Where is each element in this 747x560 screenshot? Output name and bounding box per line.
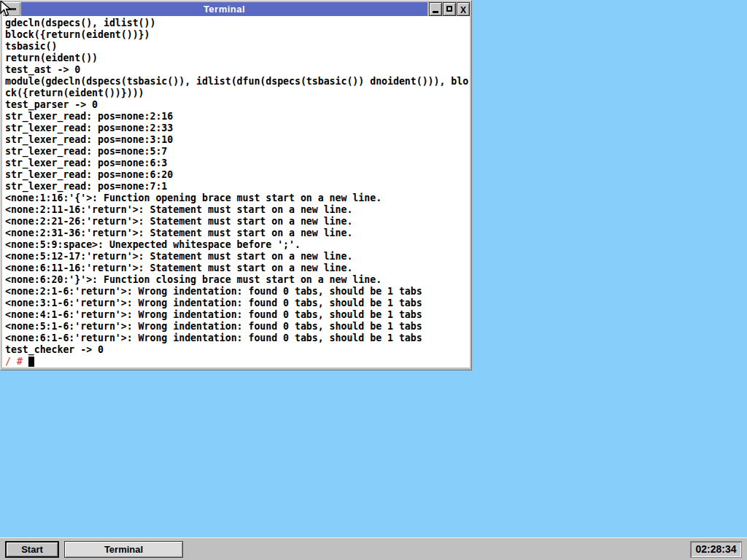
terminal-line: str_lexer_read: pos=none:2:16	[5, 111, 470, 122]
terminal-line: <none:1:16:'{'>: Function opening brace …	[5, 192, 470, 204]
terminal-line: test_ast -> 0	[5, 64, 470, 76]
terminal-line: <none:5:12-17:'return'>: Statement must …	[5, 251, 470, 262]
terminal-line: str_lexer_read: pos=none:3:10	[5, 134, 470, 146]
terminal-line: str_lexer_read: pos=none:6:20	[5, 169, 470, 181]
terminal-content[interactable]: gdecln(dspecs(), idlist())block({return(…	[2, 16, 470, 368]
close-icon: X	[460, 5, 466, 15]
terminal-line: return(eident())	[5, 52, 470, 64]
terminal-line: block({return(eident())})	[5, 29, 470, 41]
terminal-line: <none:6:20:'}'>: Function closing brace …	[5, 274, 470, 286]
terminal-line: str_lexer_read: pos=none:7:1	[5, 181, 470, 192]
terminal-line: test_checker -> 0	[5, 344, 470, 356]
terminal-line: ck({return(eident())})))	[5, 88, 470, 99]
terminal-line: tsbasic()	[5, 41, 470, 52]
terminal-line: test_parser -> 0	[5, 99, 470, 111]
maximize-icon	[446, 6, 452, 12]
close-button[interactable]: X	[457, 2, 470, 16]
terminal-line: <none:5:1-6:'return'>: Wrong indentation…	[5, 321, 470, 332]
terminal-line: <none:6:11-16:'return'>: Statement must …	[5, 262, 470, 274]
terminal-line: <none:5:9:space>: Unexpected whitespace …	[5, 239, 470, 251]
terminal-output: gdecln(dspecs(), idlist())block({return(…	[5, 18, 470, 356]
titlebar[interactable]: Terminal X	[2, 2, 470, 16]
minimize-icon	[433, 11, 438, 13]
start-button[interactable]: Start	[5, 541, 59, 558]
minimize-button[interactable]	[429, 2, 442, 16]
terminal-line: <none:2:1-6:'return'>: Wrong indentation…	[5, 286, 470, 298]
terminal-window: Terminal X gdecln(dspecs(), idlist())blo…	[0, 0, 472, 370]
terminal-line: gdecln(dspecs(), idlist())	[5, 18, 470, 29]
taskbar: Start Terminal 02:28:34	[0, 537, 747, 560]
terminal-line: <none:2:21-26:'return'>: Statement must …	[5, 216, 470, 228]
shell-prompt: / #	[5, 356, 23, 367]
terminal-line: <none:3:1-6:'return'>: Wrong indentation…	[5, 298, 470, 309]
terminal-line: str_lexer_read: pos=none:2:33	[5, 122, 470, 134]
terminal-line: <none:6:1-6:'return'>: Wrong indentation…	[5, 332, 470, 344]
window-title: Terminal	[21, 2, 427, 16]
desktop: Terminal X gdecln(dspecs(), idlist())blo…	[0, 0, 747, 560]
terminal-cursor	[28, 357, 34, 367]
terminal-line: str_lexer_read: pos=none:6:3	[5, 158, 470, 169]
terminal-line: <none:4:1-6:'return'>: Wrong indentation…	[5, 309, 470, 321]
terminal-line: str_lexer_read: pos=none:5:7	[5, 146, 470, 158]
terminal-line: <none:2:31-36:'return'>: Statement must …	[5, 228, 470, 239]
terminal-line: <none:2:11-16:'return'>: Statement must …	[5, 204, 470, 216]
terminal-line: module(gdecln(dspecs(tsbasic()), idlist(…	[5, 76, 470, 88]
taskbar-window-button-terminal[interactable]: Terminal	[64, 541, 183, 558]
terminal-prompt-line: / #	[5, 356, 470, 368]
maximize-button[interactable]	[443, 2, 456, 16]
taskbar-clock: 02:28:34	[690, 541, 742, 558]
mouse-arrow-pointer-icon	[0, 1, 12, 18]
